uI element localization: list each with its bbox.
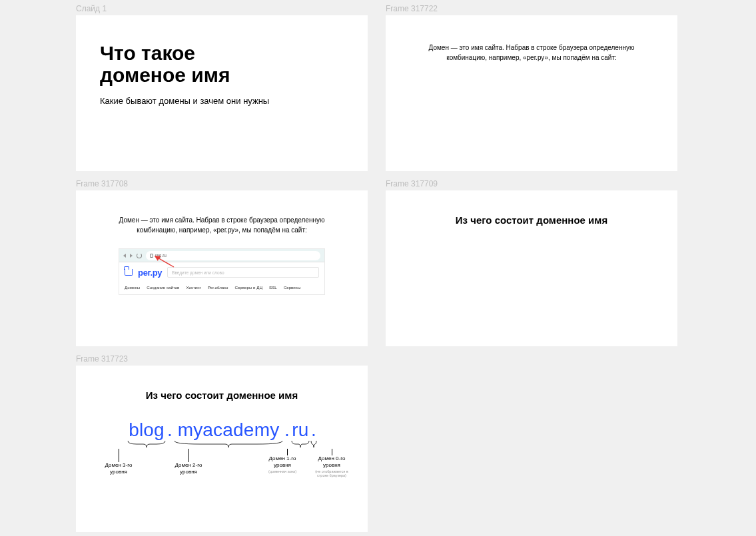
slide-subtitle: Какие бывают домены и зачем они нужны (100, 95, 273, 107)
segment-label: Домен 2-гоуровня (175, 462, 202, 475)
url-field: reg.ru (146, 251, 320, 260)
domain-dot: . (284, 419, 290, 441)
back-icon (123, 254, 126, 258)
domain-example: blog . myacademy . ru . (76, 419, 368, 441)
slide-3[interactable]: Домен — это имя сайта. Набрав в строке б… (76, 190, 368, 346)
tick-line (287, 449, 288, 455)
domain-labels: Домен 3-гоуровня Домен 2-гоуровня Домен … (76, 449, 368, 478)
frame-label: Слайд 1 (76, 4, 107, 13)
slide-2[interactable]: Домен — это имя сайта. Набрав в строке б… (386, 15, 677, 171)
nav-item: Рег.облако (208, 285, 228, 290)
nav-item: Хостинг (186, 285, 201, 290)
domain-dot: . (310, 419, 317, 441)
brace-icon (290, 439, 310, 447)
nav-item: Сервисы (284, 285, 301, 290)
address-bar: reg.ru (119, 249, 324, 262)
tick-line (189, 449, 189, 462)
search-input: Введите домен или слово (167, 267, 319, 278)
frame-label: Frame 317723 (76, 354, 128, 364)
spacer (167, 439, 173, 447)
nav-item: Создание сайтов (147, 285, 179, 290)
segment-note: (доменная зона) (268, 469, 296, 473)
slide-heading: Из чего состоит доменное имя (76, 390, 368, 401)
browser-mock: reg.ru рег.ру Введите домен или слово До… (119, 248, 325, 295)
slide-1[interactable]: Что такое доменое имя Какие бывают домен… (76, 15, 368, 171)
slide-title: Что такое доменое имя (100, 42, 344, 86)
slide-heading: Из чего состоит доменное имя (386, 214, 677, 226)
brace-icon (310, 439, 317, 447)
lock-icon (150, 254, 153, 258)
site-nav: Домены Создание сайтов Хостинг Рег.облак… (119, 282, 324, 294)
forward-icon (130, 254, 133, 258)
bracket-row (76, 439, 368, 447)
nav-item: SSL (269, 285, 277, 290)
folder-icon (125, 269, 133, 276)
slide-description: Домен — это имя сайта. Набрав в строке б… (422, 43, 641, 63)
spacer (284, 439, 290, 447)
title-line: Что такое (100, 42, 195, 64)
title-line: доменое имя (100, 64, 230, 86)
nav-item: Серверы и ДЦ (234, 285, 262, 290)
domain-part: ru (290, 419, 310, 441)
frame-label: Frame 317722 (386, 4, 438, 13)
segment-label: Домен 3-гоуровня (105, 462, 133, 475)
url-text: reg.ru (155, 253, 167, 258)
slide-description: Домен — это имя сайта. Набрав в строке б… (112, 216, 332, 235)
tick-line (332, 449, 332, 455)
slide-5[interactable]: Из чего состоит доменное имя blog . myac… (76, 366, 368, 532)
site-header: рег.ру Введите домен или слово (119, 262, 324, 282)
slide-4[interactable]: Из чего состоит доменное имя (386, 190, 677, 346)
segment-label: Домен 0-гоуровня (318, 455, 346, 469)
frame-label: Frame 317708 (76, 179, 128, 188)
tick-line (119, 449, 119, 462)
domain-part: blog (127, 419, 167, 441)
frame-label: Frame 317709 (386, 179, 438, 188)
domain-dot: . (167, 419, 173, 441)
site-logo: рег.ру (138, 268, 162, 278)
domain-part: myacademy (173, 419, 284, 441)
segment-label: Домен 1-гоуровня (269, 455, 296, 469)
nav-item: Домены (125, 285, 140, 290)
brace-icon (127, 439, 167, 447)
brace-icon (173, 439, 284, 447)
reload-icon (137, 253, 142, 258)
segment-note: (не отображается в строке браузера) (313, 469, 350, 478)
